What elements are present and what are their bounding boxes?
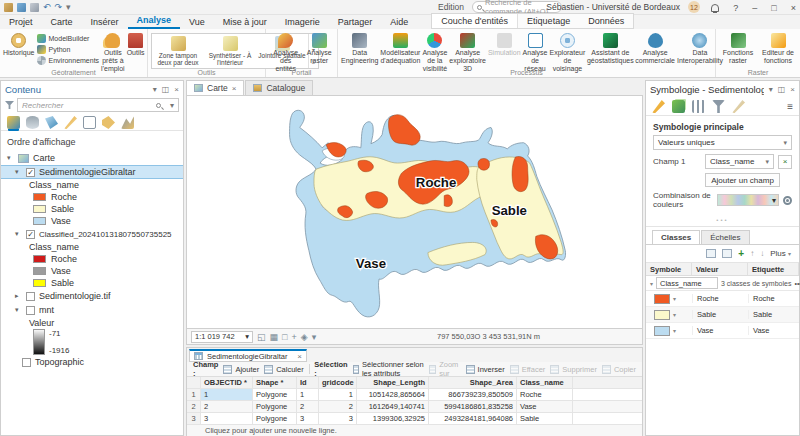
cell-shape[interactable]: Polygone <box>253 413 297 424</box>
cell-shape-length[interactable]: 1399306,32925 <box>357 413 429 424</box>
cell-id[interactable]: 3 <box>297 413 319 424</box>
add-row-hint[interactable]: Cliquez pour ajouter une nouvelle ligne. <box>187 425 642 436</box>
expander-icon[interactable]: ▾ <box>15 230 22 238</box>
pane-menu-icon[interactable]: ▾ <box>769 85 773 94</box>
cell-class-name[interactable]: Roche <box>517 389 573 400</box>
exploratoire-3d-button[interactable]: Analyse exploratoire 3D <box>449 31 486 73</box>
maximize-button[interactable]: □ <box>771 3 776 13</box>
col-id[interactable]: Id <box>297 377 319 388</box>
outils-prets-button[interactable]: Outils prêts à l'emploi <box>101 31 125 73</box>
help-icon[interactable]: ? <box>733 3 738 13</box>
qat-customize-icon[interactable]: ▾ <box>66 3 71 12</box>
col-objectid[interactable]: OBJECTID * <box>201 377 253 388</box>
environnements-button[interactable]: Environnements <box>37 55 100 65</box>
cell-objectid[interactable]: 3 <box>201 413 253 424</box>
visibilite-button[interactable]: Analyse de la visibilité <box>422 31 447 73</box>
list-by-labeling-icon[interactable] <box>102 116 115 129</box>
status-more-icon[interactable]: ▾ <box>312 332 317 342</box>
scale-based-symbology-icon[interactable] <box>732 100 745 113</box>
tree-item-classified[interactable]: ▾ ✓ Classified_202410131807550735525 <box>1 227 183 241</box>
expander-icon[interactable]: ▸ <box>15 292 22 300</box>
undo-icon[interactable]: ↶ <box>43 3 51 12</box>
geostatistiques-button[interactable]: Assistant de géostatistiques <box>587 31 633 65</box>
close-view-icon[interactable]: × <box>232 84 237 93</box>
layer-checkbox-unchecked[interactable] <box>26 292 35 301</box>
coordinates-display[interactable]: 797 550,03O 3 453 531,91N m <box>437 332 540 341</box>
row-number[interactable]: 2 <box>187 401 201 412</box>
modelisateur-button[interactable]: Modélisateur d'adéquation <box>380 31 420 65</box>
tab-imagerie[interactable]: Imagerie <box>276 15 329 29</box>
cell-objectid[interactable]: 1 <box>201 389 253 400</box>
class-row[interactable]: ▾ Roche Roche <box>646 291 799 307</box>
row-number[interactable]: 3 <box>187 413 201 424</box>
expression-button[interactable]: × <box>778 155 792 169</box>
cell-shape[interactable]: Polygone <box>253 389 297 400</box>
tree-item-tif[interactable]: ▸ Sedimentologie.tif <box>1 289 183 303</box>
cell-id[interactable]: 2 <box>297 401 319 412</box>
list-by-selection-icon[interactable] <box>45 116 58 129</box>
tab-classes[interactable]: Classes <box>652 230 700 244</box>
locate-tool-icon[interactable]: ◈ <box>301 332 308 342</box>
voisinage-button[interactable]: Explorateur de voisinage <box>550 31 586 73</box>
project-icon[interactable] <box>4 3 13 12</box>
tab-etiquetage[interactable]: Etiquetage <box>518 14 579 28</box>
pane-splitter[interactable]: ••• <box>646 214 799 227</box>
more-menu[interactable]: Plus ▾ <box>770 249 791 258</box>
historique-button[interactable]: Historique <box>3 31 35 57</box>
cell-id[interactable]: 1 <box>297 389 319 400</box>
col-class-name[interactable]: Class_name <box>517 377 573 388</box>
minimize-button[interactable]: – <box>752 3 757 13</box>
expander-icon[interactable]: ▾ <box>7 154 14 162</box>
cell-gridcode[interactable]: 2 <box>319 401 357 412</box>
col-shape-area[interactable]: Shape_Area <box>429 377 517 388</box>
add-value-icon[interactable]: + <box>738 248 744 259</box>
move-down-icon[interactable]: ↓ <box>760 249 764 258</box>
group-field-input[interactable]: Class_name <box>656 277 718 289</box>
primary-symbology-icon[interactable] <box>652 100 665 113</box>
cell-objectid[interactable]: 2 <box>201 401 253 412</box>
analyse-raster-button[interactable]: Analyse raster <box>304 31 334 65</box>
notification-badge[interactable]: 12 <box>688 1 700 13</box>
class-label[interactable]: Sable <box>748 310 799 319</box>
symbol-layer-drawing-icon[interactable] <box>692 100 705 113</box>
class-row[interactable]: ▾ Sable Sable <box>646 307 799 323</box>
class-label[interactable]: Vase <box>748 326 799 335</box>
cell-shape-area[interactable]: 5994186861,835258 <box>429 401 517 412</box>
class-row[interactable]: ▾ Vase Vase <box>646 323 799 339</box>
edit-table-icon[interactable] <box>722 249 732 258</box>
tree-item-sedimentologie[interactable]: ▾ ✓ SedimentologieGibraltar <box>1 165 183 179</box>
tab-analyse[interactable]: Analyse <box>128 13 181 29</box>
roche-symbol-swatch[interactable] <box>654 294 670 304</box>
map-canvas[interactable]: Roche Sable Vase <box>186 95 643 329</box>
class-group-row[interactable]: ▾ Class_name 3 classes de symboles ••• <box>646 276 799 291</box>
layer-checkbox-unchecked[interactable] <box>22 358 31 367</box>
redo-icon[interactable]: ↷ <box>55 3 63 12</box>
view-tab-carte[interactable]: Carte × <box>186 80 244 95</box>
filter-icon[interactable] <box>712 100 725 113</box>
col-shape[interactable]: Shape * <box>253 377 297 388</box>
close-button[interactable]: × <box>791 3 796 13</box>
gear-icon[interactable] <box>783 196 792 205</box>
expander-icon[interactable]: ▾ <box>15 306 22 314</box>
layer-checkbox-checked[interactable]: ✓ <box>26 168 35 177</box>
pane-pin-icon[interactable]: ◫ <box>778 85 786 94</box>
tab-carte[interactable]: Carte <box>42 15 82 29</box>
show-values-icon[interactable] <box>706 249 716 258</box>
modelbuilder-button[interactable]: ModelBuilder <box>37 33 100 43</box>
table-row[interactable]: 2 2 Polygone 2 2 1612649,140741 59941868… <box>187 401 642 413</box>
tree-item-carte[interactable]: ▾ Carte <box>1 151 183 165</box>
pane-options-menu-icon[interactable]: ≡ <box>787 101 793 112</box>
class-label[interactable]: Roche <box>748 294 799 303</box>
tab-mise-a-jour[interactable]: Mise à jour <box>214 15 276 29</box>
layer-checkbox-unchecked[interactable] <box>26 306 35 315</box>
contents-search-input[interactable]: Rechercher ▾ <box>17 98 179 112</box>
fonctions-raster-button[interactable]: Fonctions raster <box>719 31 757 65</box>
zone-tampon-button[interactable]: Zone tampon deux par deux <box>152 34 204 68</box>
list-by-charts-icon[interactable] <box>121 116 134 129</box>
sable-symbol-swatch[interactable] <box>654 310 670 320</box>
scale-combo[interactable]: 1:1 019 742 ▾ <box>191 331 253 343</box>
analyse-entites-button[interactable]: Analyse des entités <box>269 31 302 73</box>
list-by-editing-icon[interactable] <box>64 116 77 129</box>
cell-class-name[interactable]: Vase <box>517 401 573 412</box>
invert-selection-button[interactable]: Inverser <box>466 365 505 374</box>
